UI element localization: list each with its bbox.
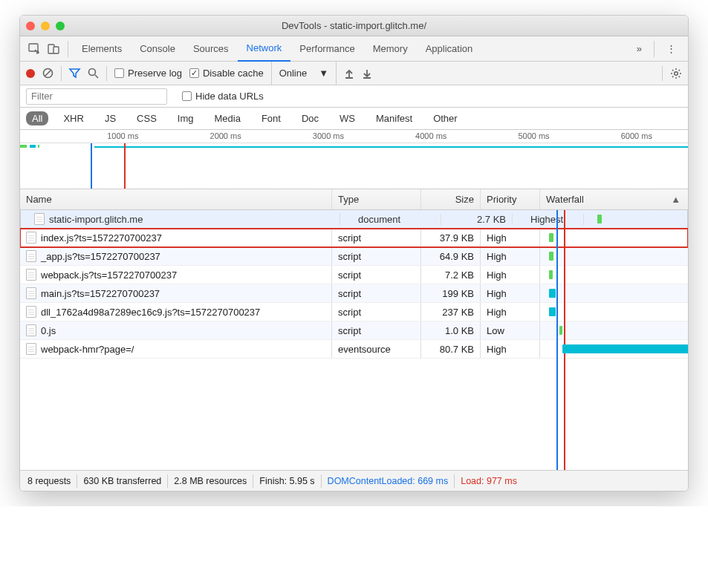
request-waterfall — [540, 247, 688, 265]
request-priority: High — [481, 266, 540, 284]
timeline-tick: 3000 ms — [313, 131, 344, 140]
device-toolbar-icon[interactable] — [44, 39, 63, 59]
column-priority[interactable]: Priority — [481, 189, 540, 209]
type-filter-all[interactable]: All — [26, 111, 48, 125]
hide-data-urls-checkbox[interactable]: Hide data URLs — [182, 91, 264, 102]
request-priority: High — [481, 284, 540, 302]
svg-rect-0 — [29, 44, 38, 51]
type-filter-media[interactable]: Media — [208, 111, 246, 125]
table-row[interactable]: 0.jsscript1.0 KBLow — [20, 321, 688, 340]
status-requests: 8 requests — [27, 476, 71, 486]
tab-elements[interactable]: Elements — [73, 36, 131, 62]
inspect-element-icon[interactable] — [25, 39, 44, 59]
svg-line-4 — [45, 71, 51, 76]
request-size: 2.7 KB — [453, 214, 513, 225]
preserve-log-checkbox[interactable]: Preserve log — [114, 68, 182, 79]
file-icon — [26, 287, 36, 299]
more-tabs-button[interactable]: » — [629, 43, 649, 54]
type-filter-css[interactable]: CSS — [131, 111, 163, 125]
file-icon — [26, 343, 36, 355]
type-filter-ws[interactable]: WS — [334, 111, 361, 125]
svg-rect-2 — [53, 47, 59, 53]
tab-network[interactable]: Network — [238, 36, 291, 62]
clear-button[interactable] — [42, 68, 53, 79]
request-priority: High — [481, 229, 540, 246]
column-waterfall[interactable]: Waterfall ▲ — [540, 189, 688, 209]
type-filter-img[interactable]: Img — [172, 111, 200, 125]
titlebar: DevTools - static-import.glitch.me/ — [20, 16, 688, 36]
timeline-overview[interactable]: 1000 ms2000 ms3000 ms4000 ms5000 ms6000 … — [20, 130, 688, 189]
record-button[interactable] — [26, 69, 35, 78]
chevron-down-icon: ▼ — [319, 68, 328, 79]
table-row[interactable]: webpack-hmr?page=/eventsource80.7 KBHigh — [20, 340, 688, 359]
request-type: script — [332, 284, 421, 302]
throttling-value: Online — [279, 68, 308, 79]
type-filter-xhr[interactable]: XHR — [57, 111, 89, 125]
table-row[interactable]: main.js?ts=1572270700237script199 KBHigh — [20, 284, 688, 303]
request-name: webpack-hmr?page=/ — [41, 344, 134, 355]
window-title: DevTools - static-import.glitch.me/ — [20, 20, 688, 31]
close-window-button[interactable] — [26, 22, 35, 30]
file-icon — [26, 306, 36, 318]
request-name: main.js?ts=1572270700237 — [41, 288, 160, 299]
table-row[interactable]: index.js?ts=1572270700237script37.9 KBHi… — [20, 229, 688, 247]
column-type[interactable]: Type — [332, 189, 421, 209]
table-row[interactable]: _app.js?ts=1572270700237script64.9 KBHig… — [20, 247, 688, 266]
status-finish: Finish: 5.95 s — [259, 476, 314, 486]
request-priority: High — [481, 247, 540, 265]
request-size: 199 KB — [421, 284, 481, 302]
request-name: webpack.js?ts=1572270700237 — [41, 270, 177, 281]
table-row[interactable]: dll_1762a4d98a7289ec16c9.js?ts=157227070… — [20, 303, 688, 321]
network-table-header: Name Type Size Priority Waterfall ▲ — [20, 189, 688, 210]
zoom-window-button[interactable] — [56, 22, 65, 30]
type-filter-other[interactable]: Other — [427, 111, 464, 125]
request-name: dll_1762a4d98a7289ec16c9.js?ts=157227070… — [41, 307, 260, 318]
tab-sources[interactable]: Sources — [184, 36, 238, 62]
request-name: _app.js?ts=1572270700237 — [41, 251, 160, 262]
table-row[interactable]: static-import.glitch.medocument2.7 KBHig… — [20, 210, 688, 229]
status-domcontentloaded: DOMContentLoaded: 669 ms — [328, 476, 449, 486]
tab-console[interactable]: Console — [131, 36, 184, 62]
tab-memory[interactable]: Memory — [364, 36, 417, 62]
tab-performance[interactable]: Performance — [290, 36, 363, 62]
settings-menu-button[interactable]: ⋮ — [659, 43, 683, 54]
network-settings-icon[interactable] — [670, 68, 682, 79]
type-filter-js[interactable]: JS — [99, 111, 122, 125]
request-name: index.js?ts=1572270700237 — [41, 232, 162, 244]
type-filter-doc[interactable]: Doc — [296, 111, 325, 125]
request-size: 7.2 KB — [421, 266, 481, 284]
timeline-tick: 6000 ms — [621, 131, 652, 140]
request-size: 1.0 KB — [421, 321, 481, 339]
tab-application[interactable]: Application — [417, 36, 482, 62]
timeline-tick: 4000 ms — [415, 131, 446, 140]
download-har-icon[interactable] — [362, 68, 372, 79]
request-waterfall — [540, 229, 688, 246]
svg-point-5 — [89, 69, 96, 76]
request-waterfall — [540, 303, 688, 321]
request-name: static-import.glitch.me — [49, 214, 143, 225]
type-filter-font[interactable]: Font — [256, 111, 287, 125]
request-type: script — [332, 303, 421, 321]
disable-cache-checkbox[interactable]: Disable cache — [189, 68, 264, 79]
request-type: document — [352, 214, 441, 225]
window-controls — [26, 22, 65, 30]
column-size[interactable]: Size — [421, 189, 481, 209]
throttling-select[interactable]: Online ▼ — [271, 62, 337, 85]
request-type: script — [332, 247, 421, 265]
request-priority: Low — [481, 321, 540, 339]
preserve-log-label: Preserve log — [128, 68, 182, 79]
minimize-window-button[interactable] — [41, 22, 50, 30]
table-row[interactable]: webpack.js?ts=1572270700237script7.2 KBH… — [20, 266, 688, 284]
timeline-tick: 1000 ms — [107, 131, 138, 140]
filter-input[interactable] — [26, 88, 167, 105]
disable-cache-label: Disable cache — [203, 68, 264, 79]
column-name[interactable]: Name — [20, 189, 332, 209]
request-priority: Highest — [524, 214, 584, 225]
filter-toggle-icon[interactable] — [69, 68, 80, 79]
upload-har-icon[interactable] — [344, 68, 354, 79]
status-transferred: 630 KB transferred — [83, 476, 161, 486]
type-filter-manifest[interactable]: Manifest — [370, 111, 418, 125]
search-icon[interactable] — [88, 68, 99, 79]
status-resources: 2.8 MB resources — [174, 476, 247, 486]
request-waterfall — [540, 284, 688, 302]
